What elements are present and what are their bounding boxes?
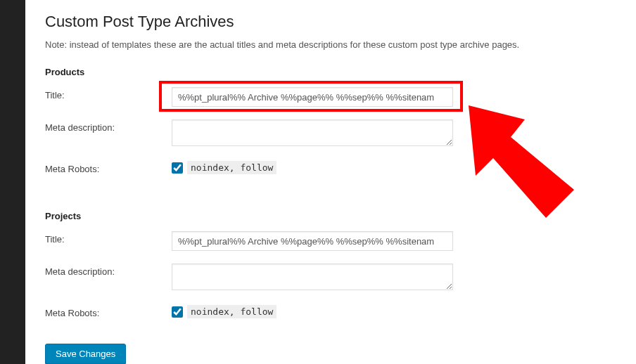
products-meta-desc-row: Meta description: bbox=[45, 119, 616, 148]
content-wrap: Custom Post Type Archives Note: instead … bbox=[25, 0, 636, 364]
products-robots-checkbox[interactable] bbox=[172, 162, 183, 174]
products-title-row: Title: bbox=[45, 87, 616, 107]
products-robots-text: noindex, follow bbox=[187, 161, 276, 174]
wp-admin-sidebar bbox=[0, 0, 25, 364]
projects-meta-desc-row: Meta description: bbox=[45, 264, 616, 292]
section-heading-products: Products bbox=[45, 63, 616, 87]
projects-robots-label: Meta Robots: bbox=[45, 305, 172, 318]
save-button[interactable]: Save Changes bbox=[45, 344, 126, 364]
products-robots-row: Meta Robots: noindex, follow bbox=[45, 161, 616, 174]
projects-meta-desc-input[interactable] bbox=[172, 264, 453, 290]
products-meta-desc-label: Meta description: bbox=[45, 119, 172, 133]
page-title: Custom Post Type Archives bbox=[45, 0, 616, 38]
products-title-label: Title: bbox=[45, 87, 172, 100]
page-note: Note: instead of templates these are the… bbox=[45, 38, 616, 63]
projects-meta-desc-label: Meta description: bbox=[45, 264, 172, 277]
products-title-input[interactable] bbox=[172, 87, 453, 107]
projects-title-row: Title: bbox=[45, 231, 616, 251]
projects-title-input[interactable] bbox=[172, 231, 453, 251]
projects-robots-checkbox[interactable] bbox=[172, 306, 183, 318]
products-robots-label: Meta Robots: bbox=[45, 161, 172, 174]
products-meta-desc-input[interactable] bbox=[172, 119, 453, 146]
section-heading-projects: Projects bbox=[45, 207, 616, 231]
projects-title-label: Title: bbox=[45, 231, 172, 245]
projects-robots-text: noindex, follow bbox=[187, 305, 276, 318]
projects-robots-row: Meta Robots: noindex, follow bbox=[45, 305, 616, 318]
